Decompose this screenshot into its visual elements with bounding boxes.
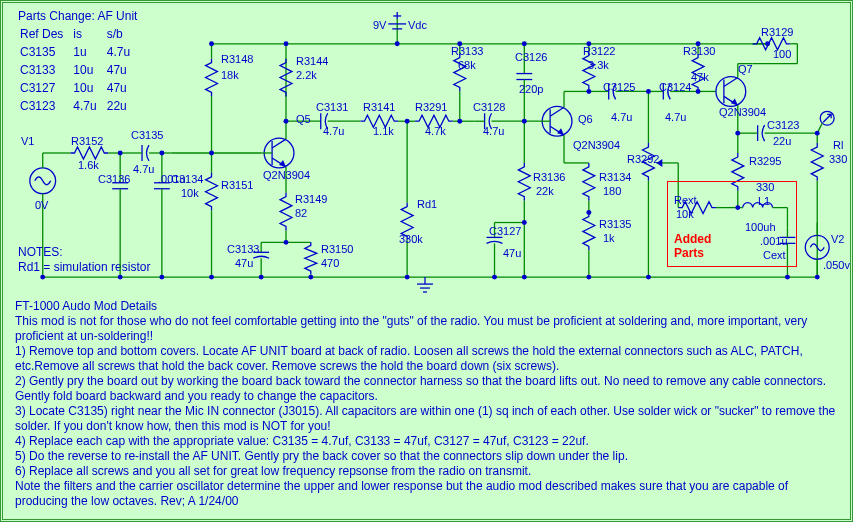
r3129-label: R3129: [761, 26, 793, 38]
details-note: Note the filters and the carrier oscilla…: [15, 479, 838, 509]
svg-point-157: [586, 275, 591, 280]
r3134-val: 180: [603, 185, 621, 197]
q7-label: Q7: [738, 63, 753, 75]
r3295-label: R3295: [749, 155, 781, 167]
capacitor-c3135-icon: [132, 145, 172, 161]
capacitor-c3134-icon: [154, 153, 170, 277]
svg-point-135: [284, 119, 289, 124]
probe-icon: [817, 111, 834, 133]
details-step2: 2) Gently pry the board out by working t…: [15, 374, 838, 404]
r3135-val: 1k: [603, 232, 615, 244]
r3148-label: R3148: [221, 53, 253, 65]
svg-point-159: [785, 275, 790, 280]
resistor-r3151-icon: [206, 153, 218, 277]
svg-point-151: [209, 275, 214, 280]
svg-point-125: [284, 41, 289, 46]
svg-point-155: [492, 275, 497, 280]
schematic-container: Parts Change: AF Unit Ref Des is s/b C31…: [0, 0, 853, 522]
c3126-label: C3126: [515, 51, 547, 63]
c3133-val: 47u: [235, 257, 253, 269]
svg-point-142: [735, 131, 740, 136]
r3291-label: R3291: [415, 101, 447, 113]
resistor-r3152-icon: [71, 147, 133, 159]
svg-point-146: [586, 210, 591, 215]
supply-icon: [388, 12, 406, 44]
v1-sub: 0V: [35, 199, 48, 211]
svg-line-93: [724, 78, 738, 87]
svg-point-131: [765, 41, 770, 46]
svg-point-152: [259, 275, 264, 280]
transistor-q6-icon: [539, 91, 589, 162]
capacitor-c3136-icon: [112, 153, 128, 277]
r3149-val: 82: [295, 207, 307, 219]
svg-point-128: [522, 41, 527, 46]
rl-val: 330: [829, 153, 847, 165]
svg-point-141: [696, 89, 701, 94]
c3124-label: C3124: [659, 81, 691, 93]
svg-point-133: [159, 151, 164, 156]
details-step1: 1) Remove top and bottom covers. Locate …: [15, 344, 838, 374]
q5-val: Q2N3904: [263, 169, 310, 181]
v2-sub: .050v: [823, 259, 850, 271]
c3127-label: C3127: [489, 225, 521, 237]
c3134-val: 10k: [181, 187, 199, 199]
c3135-label: C3135: [131, 129, 163, 141]
c3127-val: 47u: [503, 247, 521, 259]
added-parts-box: Added Parts: [667, 181, 797, 267]
c3131-val: 4.7u: [323, 125, 344, 137]
capacitor-c3133-icon: [253, 242, 311, 277]
details-title: FT-1000 Audo Mod Details: [15, 299, 838, 314]
r3152-val: 1.6k: [78, 159, 99, 171]
resistor-r3149-icon: [280, 193, 292, 243]
v2-label: V2: [831, 233, 844, 245]
r3133-label: R3133: [451, 45, 483, 57]
r3292-label: R3292: [627, 153, 659, 165]
svg-point-134: [209, 151, 214, 156]
resistor-r3134-icon: [583, 163, 595, 213]
rl-label: Rl: [833, 139, 843, 151]
c3136-label: C3136: [98, 173, 130, 185]
q7-val: Q2N3904: [719, 106, 766, 118]
c3133-label: C3133: [227, 243, 259, 255]
source-v1-icon: [30, 153, 71, 277]
details-block: FT-1000 Audo Mod Details This mod is not…: [15, 299, 838, 509]
resistor-r3150-icon: [305, 242, 317, 277]
r3144-label: R3144: [296, 55, 328, 67]
c3123-label: C3123: [767, 119, 799, 131]
r3148-val: 18k: [221, 69, 239, 81]
details-step4: 4) Replace each cap with the appropriate…: [15, 434, 838, 449]
r3122-val: 3.3k: [588, 59, 609, 71]
c3124-val: 4.7u: [665, 111, 686, 123]
svg-point-150: [159, 275, 164, 280]
c3125-label: C3125: [603, 81, 635, 93]
supply-label: 9V: [373, 19, 386, 31]
c3126-val: 220p: [519, 83, 543, 95]
r3130-val: 47k: [691, 71, 709, 83]
svg-point-137: [457, 119, 462, 124]
svg-point-139: [586, 89, 591, 94]
svg-point-91: [716, 77, 746, 107]
r3150-val: 470: [321, 257, 339, 269]
supply-vdc: Vdc: [408, 19, 427, 31]
r3144-val: 2.2k: [296, 69, 317, 81]
details-step5: 5) Do the reverse to re-install the AF U…: [15, 449, 838, 464]
svg-point-160: [815, 275, 820, 280]
svg-point-124: [209, 41, 214, 46]
details-step3: 3) Locate C3135) right near the Mic IN c…: [15, 404, 838, 434]
r3135-label: R3135: [599, 218, 631, 230]
r3130-label: R3130: [683, 45, 715, 57]
c3131-label: C3131: [316, 101, 348, 113]
svg-point-145: [522, 220, 527, 225]
rd1-val: 330k: [399, 233, 423, 245]
q6-label: Q6: [578, 113, 593, 125]
svg-point-143: [815, 131, 820, 136]
r3151-label: R3151: [221, 179, 253, 191]
c3135-val: 4.7u: [133, 163, 154, 175]
rd1-label: Rd1: [417, 198, 437, 210]
c3125-val: 4.7u: [611, 111, 632, 123]
svg-point-149: [118, 275, 123, 280]
svg-point-156: [522, 275, 527, 280]
r3141-label: R3141: [363, 101, 395, 113]
r3141-val: 1.1k: [373, 125, 394, 137]
r3291-val: 4.7k: [425, 125, 446, 137]
